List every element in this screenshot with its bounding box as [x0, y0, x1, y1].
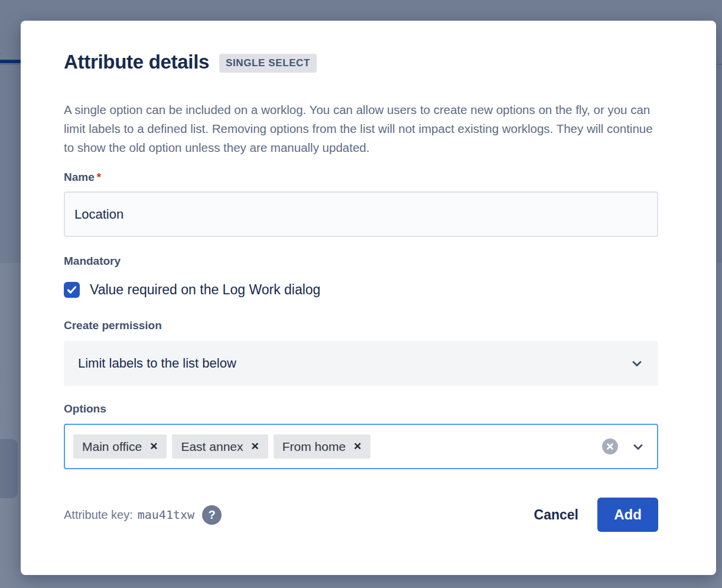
options-tag-list: Main office ✕ East annex ✕ From home ✕: [73, 434, 602, 459]
option-tag-label: From home: [282, 440, 346, 454]
option-tag: Main office ✕: [73, 434, 167, 459]
chevron-down-icon[interactable]: [631, 440, 645, 454]
mandatory-label: Mandatory: [64, 254, 658, 268]
page-title: Attribute details: [64, 49, 209, 75]
checkmark-icon: [66, 284, 77, 295]
remove-tag-icon[interactable]: ✕: [149, 441, 158, 451]
description-text: A single option can be included on a wor…: [64, 100, 658, 157]
name-field-label: Name*: [64, 170, 658, 184]
cancel-button[interactable]: Cancel: [526, 501, 587, 529]
option-tag: From home ✕: [274, 434, 371, 459]
chevron-down-icon: [630, 356, 644, 371]
option-tag-label: East annex: [181, 440, 243, 454]
mandatory-checkbox[interactable]: [64, 282, 80, 298]
options-label: Options: [64, 402, 658, 416]
remove-tag-icon[interactable]: ✕: [353, 441, 362, 451]
modal-header: Attribute details SINGLE SELECT: [64, 49, 658, 75]
clear-all-icon[interactable]: [602, 438, 618, 454]
help-icon[interactable]: ?: [202, 505, 222, 525]
create-permission-label: Create permission: [64, 319, 658, 333]
option-tag-label: Main office: [82, 440, 142, 454]
option-tag: East annex ✕: [172, 434, 268, 459]
options-multiselect[interactable]: Main office ✕ East annex ✕ From home ✕: [64, 424, 658, 469]
mandatory-checkbox-row: Value required on the Log Work dialog: [64, 281, 658, 298]
attribute-details-modal: Attribute details SINGLE SELECT A single…: [21, 21, 716, 575]
attribute-key-group: Attribute key: mau41txw ?: [64, 505, 222, 525]
remove-tag-icon[interactable]: ✕: [251, 441, 259, 451]
create-permission-select[interactable]: Limit labels to the list below: [64, 341, 658, 386]
add-button[interactable]: Add: [597, 498, 658, 532]
modal-footer: Attribute key: mau41txw ? Cancel Add: [64, 498, 658, 532]
attribute-type-badge: SINGLE SELECT: [219, 54, 317, 73]
required-asterisk: *: [97, 171, 101, 183]
attribute-key-label: Attribute key:: [64, 508, 133, 522]
name-input[interactable]: [64, 191, 658, 237]
mandatory-checkbox-label[interactable]: Value required on the Log Work dialog: [90, 282, 320, 298]
create-permission-selected-value: Limit labels to the list below: [78, 356, 630, 371]
attribute-key-value: mau41txw: [138, 508, 194, 522]
